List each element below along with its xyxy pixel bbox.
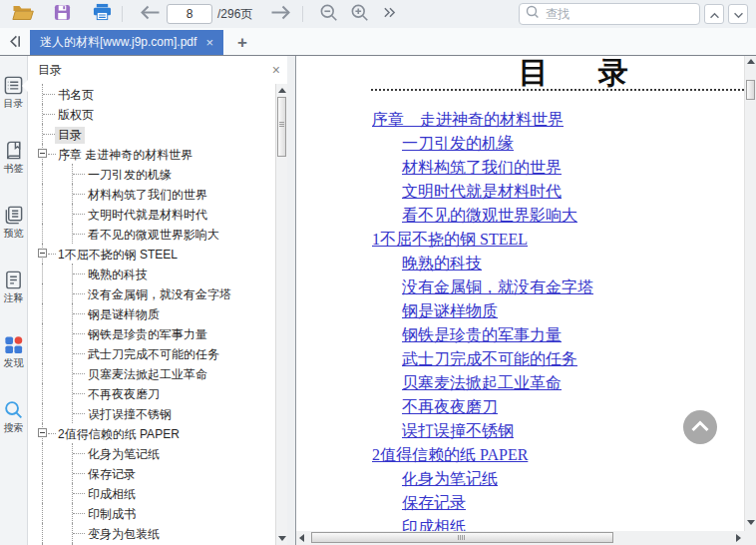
toc-item[interactable]: 不再夜夜磨刀 [28,383,275,403]
toc-item[interactable]: 贝塞麦法掀起工业革命 [28,363,275,383]
find-input-wrap[interactable] [519,3,700,25]
toc-item[interactable]: 晚熟的科技 [28,264,275,283]
sidebar-item-comments[interactable]: 注释 [0,270,27,303]
toc-item[interactable]: 钢是谜样物质 [28,303,275,323]
toc-item[interactable]: 误打误撞不锈钢 [28,403,275,423]
doc-toc-link[interactable]: 序章 走进神奇的材料世界 [372,108,564,132]
doc-toc-link-text[interactable]: 化身为笔记纸 [402,470,498,487]
tab-active-document[interactable]: 迷人的材料[www.j9p.com].pdf × [30,30,223,55]
collapse-toggle-icon[interactable] [38,428,47,437]
doc-toc-link[interactable]: 武士刀完成不可能的任务 [402,347,577,371]
toc-item[interactable]: 书名页 [28,84,275,104]
previous-page-button[interactable] [139,2,161,26]
sidebar-item-bookmarks[interactable]: 书签 [0,140,27,174]
doc-toc-link-text[interactable]: 材料构筑了我们的世界 [402,159,562,176]
doc-toc-link-text[interactable]: 晚熟的科技 [402,255,482,272]
vertical-scrollbar[interactable] [744,56,756,531]
back-to-top-button[interactable] [683,410,717,444]
toc-scroll-thumb[interactable] [277,97,286,157]
print-button[interactable] [93,2,112,26]
doc-toc-link-text[interactable]: 钢是谜样物质 [402,302,498,319]
toc-item[interactable]: 文明时代就是材料时代 [28,204,275,224]
doc-toc-link-text[interactable]: 没有金属铜，就没有金字塔 [402,278,593,295]
scroll-up-icon[interactable] [747,59,755,64]
doc-toc-link-text[interactable]: 2值得信赖的纸 PAPER [372,446,528,463]
toc-item[interactable]: 2值得信赖的纸 PAPER [28,423,275,443]
toc-item[interactable]: 一刀引发的机缘 [28,164,275,184]
doc-toc-link-text[interactable]: 误打误撞不锈钢 [402,422,514,439]
scroll-left-icon[interactable] [299,534,304,542]
toc-item[interactable]: 武士刀完成不可能的任务 [28,343,275,363]
collapse-sidebar-button[interactable] [7,34,22,53]
find-input[interactable] [544,6,693,22]
toc-item[interactable]: 印成相纸 [28,483,275,503]
new-tab-button[interactable]: + [237,30,247,55]
horizontal-scroll-thumb[interactable] [311,532,613,543]
toc-item[interactable]: 保存记录 [28,463,275,483]
toc-item[interactable]: 钢铁是珍贵的军事力量 [28,323,275,343]
doc-toc-link-text[interactable]: 文明时代就是材料时代 [402,183,562,200]
collapse-toggle-icon[interactable] [38,149,47,158]
toc-item[interactable]: 印制成书 [28,503,275,523]
doc-toc-link-text[interactable]: 1不屈不挠的钢 STEEL [372,231,528,248]
toc-item[interactable]: 序章 走进神奇的材料世界 [28,144,275,164]
doc-toc-link[interactable]: 不再夜夜磨刀 [402,395,498,419]
doc-toc-link[interactable]: 一刀引发的机缘 [402,132,514,156]
doc-toc-link[interactable]: 印成相纸 [402,515,466,531]
zoom-out-button[interactable] [319,2,338,26]
close-icon[interactable]: × [272,63,280,77]
doc-toc-link[interactable]: 材料构筑了我们的世界 [402,156,562,180]
toc-item[interactable]: 变身为包装纸 [28,523,275,543]
toc-item[interactable]: 材料构筑了我们的世界 [28,184,275,204]
doc-toc-link[interactable]: 贝塞麦法掀起工业革命 [402,371,562,395]
doc-toc-link[interactable]: 钢铁是珍贵的军事力量 [402,323,562,347]
scroll-down-icon[interactable] [747,520,755,525]
sidebar-item-toc[interactable]: 目录 [0,75,27,109]
doc-toc-link-text[interactable]: 武士刀完成不可能的任务 [402,350,577,367]
doc-toc-link-text[interactable]: 不再夜夜磨刀 [402,398,498,415]
scroll-right-icon[interactable] [736,534,741,542]
doc-toc-link[interactable]: 看不见的微观世界影响大 [402,204,577,228]
toc-scrollbar[interactable] [275,84,287,545]
open-file-button[interactable] [12,2,34,26]
doc-toc-link[interactable]: 2值得信赖的纸 PAPER [372,443,528,467]
next-page-button[interactable] [270,2,292,26]
doc-toc-link[interactable]: 没有金属铜，就没有金字塔 [402,275,593,299]
doc-toc-link[interactable]: 误打误撞不锈钢 [402,419,514,443]
scroll-down-icon[interactable] [278,536,286,541]
doc-toc-link-text[interactable]: 一刀引发的机缘 [402,135,514,152]
doc-toc-link[interactable]: 文明时代就是材料时代 [402,180,562,204]
doc-toc-link-text[interactable]: 序章 走进神奇的材料世界 [372,111,564,128]
toc-item[interactable]: 化身为笔记纸 [28,443,275,463]
toc-item[interactable]: 目录 [28,124,275,144]
doc-toc-link[interactable]: 晚熟的科技 [402,252,482,275]
doc-toc-link[interactable]: 化身为笔记纸 [402,467,498,491]
sidebar-item-discover[interactable]: 发现 [0,334,27,368]
doc-toc-link-text[interactable]: 钢铁是珍贵的军事力量 [402,326,562,343]
page-number-input[interactable] [167,4,212,24]
toc-item[interactable]: 版权页 [28,104,275,124]
doc-toc-link-text[interactable]: 印成相纸 [402,518,466,531]
doc-toc-link-text[interactable]: 贝塞麦法掀起工业革命 [402,374,562,391]
doc-toc-link[interactable]: 钢是谜样物质 [402,299,498,323]
toc-item[interactable]: 看不见的微观世界影响大 [28,224,275,244]
find-previous-button[interactable] [704,4,724,24]
scroll-up-icon[interactable] [278,88,286,93]
toc-item[interactable]: 1不屈不挠的钢 STEEL [28,244,275,264]
zoom-in-button[interactable] [350,2,369,26]
vertical-scroll-thumb[interactable] [746,80,755,100]
horizontal-scrollbar[interactable] [296,531,744,545]
doc-toc-link-text[interactable]: 看不见的微观世界影响大 [402,207,577,224]
doc-toc-link[interactable]: 保存记录 [402,491,466,515]
save-button[interactable] [54,2,71,26]
collapse-toggle-icon[interactable] [38,249,47,258]
sidebar-item-search[interactable]: 搜索 [0,399,27,433]
find-next-button[interactable] [728,4,748,24]
tab-close-icon[interactable]: × [205,36,213,49]
sidebar-item-preview[interactable]: 预览 [0,205,27,239]
more-tools-button[interactable] [383,2,396,26]
toc-item[interactable]: 没有金属铜，就没有金字塔 [28,283,275,303]
panel-resize-handle[interactable] [287,56,296,545]
doc-toc-link[interactable]: 1不屈不挠的钢 STEEL [372,228,528,252]
doc-toc-link-text[interactable]: 保存记录 [402,494,466,511]
